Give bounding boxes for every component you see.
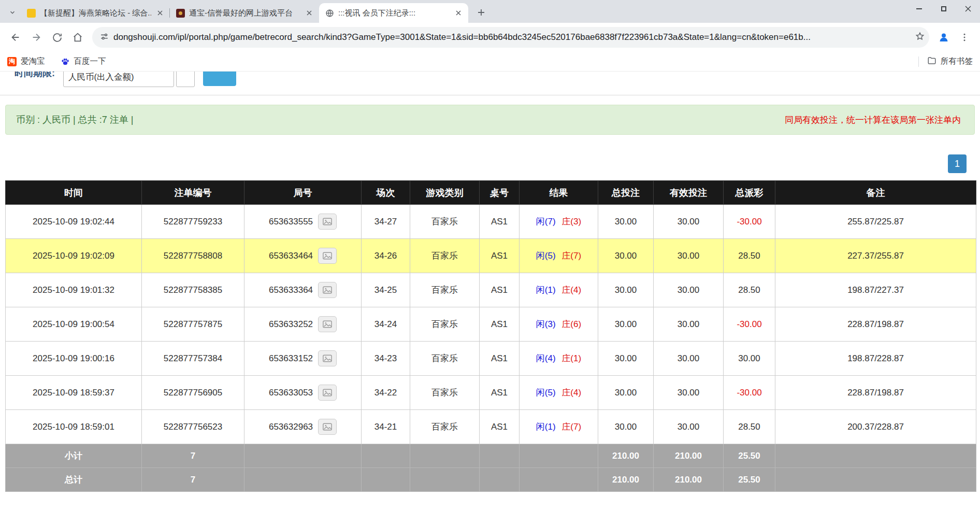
- cell-game: 百家乐: [410, 273, 480, 307]
- replay-icon[interactable]: [318, 214, 337, 230]
- cell-total-bet[interactable]: 30.00: [598, 376, 654, 410]
- url-text: dongshouji.com/ipl/portal.php/game/betre…: [113, 32, 911, 42]
- replay-icon[interactable]: [318, 316, 337, 332]
- tab-title: 通宝-信誉最好的网上游戏平台: [189, 8, 300, 18]
- bookmark-star-icon[interactable]: [915, 31, 925, 44]
- round-number: 653632963: [269, 422, 313, 432]
- cell-total-bet[interactable]: 30.00: [598, 342, 654, 376]
- cell-game: 百家乐: [410, 205, 480, 239]
- round-number: 653633152: [269, 353, 313, 364]
- cell-total-bet[interactable]: 30.00: [598, 410, 654, 444]
- search-button[interactable]: [203, 72, 236, 86]
- cell-time: 2025-10-09 19:01:32: [6, 273, 142, 307]
- menu-dots-icon[interactable]: [954, 27, 975, 48]
- cell-total-bet[interactable]: 30.00: [598, 273, 654, 307]
- cell-total-bet[interactable]: 30.00: [598, 307, 654, 342]
- cell-note: 198.87/228.87: [775, 342, 976, 376]
- url-bar[interactable]: dongshouji.com/ipl/portal.php/game/betre…: [92, 27, 929, 48]
- browser-toolbar: dongshouji.com/ipl/portal.php/game/betre…: [0, 23, 980, 52]
- header-row: 时间 注单编号 局号 场次 游戏类别 桌号 结果 总投注 有效投注 总派彩 备注: [6, 181, 976, 205]
- cell-time: 2025-10-09 18:59:37: [6, 376, 142, 410]
- total-valid-bet: 210.00: [654, 468, 724, 492]
- cell-round: 653632963: [244, 410, 362, 444]
- round-number: 653633364: [269, 285, 313, 295]
- filter-form-clipped: 时间期限: 人民币(出入金额): [0, 72, 980, 95]
- banker-result: 庄(6): [561, 319, 581, 329]
- replay-icon[interactable]: [318, 385, 337, 401]
- cell-time: 2025-10-09 19:02:44: [6, 205, 142, 239]
- subtotal-payout: 25.50: [724, 444, 775, 468]
- cell-payout: 28.50: [724, 239, 775, 273]
- tab-close-icon[interactable]: [155, 8, 165, 18]
- replay-icon[interactable]: [318, 350, 337, 366]
- bookmark-taobao[interactable]: 淘 爱淘宝: [7, 56, 45, 67]
- replay-icon[interactable]: [318, 419, 337, 435]
- empty-cell: [775, 468, 976, 492]
- cell-session: 34-22: [362, 376, 410, 410]
- site-info-icon[interactable]: [99, 32, 109, 44]
- cell-session: 34-23: [362, 342, 410, 376]
- cell-payout: -30.00: [724, 205, 775, 239]
- page-1-button[interactable]: 1: [948, 154, 967, 173]
- tab-title: :::视讯 会员下注纪录:::: [338, 8, 450, 18]
- all-bookmarks-label: 所有书签: [941, 56, 973, 67]
- forward-icon[interactable]: [26, 27, 47, 48]
- col-header-result: 结果: [520, 181, 598, 205]
- window-controls: [907, 0, 980, 18]
- bookmarks-bar: 淘 爱淘宝 百度一下 所有书签: [0, 52, 980, 72]
- cell-total-bet[interactable]: 30.00: [598, 205, 654, 239]
- round-cell-inner: 653633464: [244, 248, 361, 264]
- round-number: 653633555: [269, 217, 313, 227]
- home-icon[interactable]: [67, 27, 88, 48]
- cell-valid-bet: 30.00: [654, 273, 724, 307]
- cell-valid-bet: 30.00: [654, 205, 724, 239]
- cell-table-no: AS1: [480, 239, 520, 273]
- col-header-total-bet: 总投注: [598, 181, 654, 205]
- col-header-round: 局号: [244, 181, 362, 205]
- close-window-icon[interactable]: [956, 0, 980, 18]
- cell-game: 百家乐: [410, 342, 480, 376]
- table-row: 2025-10-09 19:00:54 522877757875 6536332…: [6, 307, 976, 342]
- cell-session: 34-25: [362, 273, 410, 307]
- replay-icon[interactable]: [318, 282, 337, 298]
- cell-payout: 30.00: [724, 342, 775, 376]
- cell-valid-bet: 30.00: [654, 307, 724, 342]
- back-icon[interactable]: [5, 27, 26, 48]
- cell-result: 闲(5) 庄(7): [520, 239, 598, 273]
- table-row: 2025-10-09 19:01:32 522877758385 6536333…: [6, 273, 976, 307]
- cell-round: 653633464: [244, 239, 362, 273]
- reload-icon[interactable]: [47, 27, 67, 48]
- cell-bet-id: 522877758808: [142, 239, 244, 273]
- tab-close-icon[interactable]: [305, 8, 314, 18]
- cell-result: 闲(7) 庄(3): [520, 205, 598, 239]
- cell-round: 653633152: [244, 342, 362, 376]
- currency-select[interactable]: 人民币(出入金额): [63, 72, 174, 87]
- tab-bet-record[interactable]: :::视讯 会员下注纪录:::: [319, 3, 468, 23]
- cell-table-no: AS1: [480, 410, 520, 444]
- cell-result: 闲(4) 庄(1): [520, 342, 598, 376]
- maximize-icon[interactable]: [931, 0, 956, 18]
- table-row: 2025-10-09 18:59:01 522877756523 6536329…: [6, 410, 976, 444]
- baidu-paw-icon: [61, 57, 70, 66]
- cell-bet-id: 522877758385: [142, 273, 244, 307]
- col-header-valid-bet: 有效投注: [654, 181, 724, 205]
- globe-favicon: [325, 9, 334, 18]
- new-tab-icon[interactable]: [473, 5, 489, 20]
- tab-tongbao[interactable]: 通宝-信誉最好的网上游戏平台: [170, 3, 319, 23]
- tab-close-icon[interactable]: [454, 8, 463, 18]
- cell-total-bet[interactable]: 30.00: [598, 239, 654, 273]
- total-row: 总计 7 210.00 210.00 25.50: [6, 468, 976, 492]
- cell-table-no: AS1: [480, 307, 520, 342]
- tab-search-chevron-icon[interactable]: [5, 5, 20, 20]
- folder-icon: [927, 56, 936, 67]
- bookmark-baidu[interactable]: 百度一下: [61, 56, 106, 67]
- cell-round: 653633053: [244, 376, 362, 410]
- profile-icon[interactable]: [933, 27, 954, 48]
- tab-forum[interactable]: 【新提醒】海燕策略论坛 - 综合...: [21, 3, 170, 23]
- minimize-icon[interactable]: [907, 0, 931, 18]
- round-number: 653633252: [269, 319, 313, 330]
- all-bookmarks-button[interactable]: 所有书签: [927, 56, 973, 67]
- summary-warning-text: 同局有效投注，统一计算在该局第一张注单内: [785, 114, 961, 126]
- replay-icon[interactable]: [318, 248, 337, 264]
- filter-mini-box[interactable]: [176, 72, 195, 87]
